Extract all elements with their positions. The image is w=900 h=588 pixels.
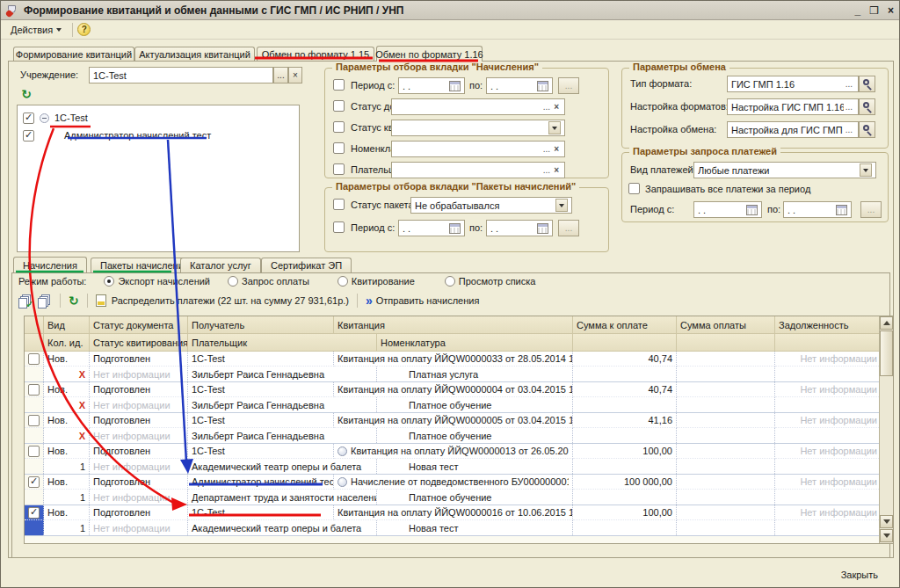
refresh-icon[interactable]: ↻ bbox=[69, 294, 79, 307]
table-row[interactable]: Нов. Подготовлен Администратор начислени… bbox=[25, 475, 893, 505]
column-header[interactable]: Задолженность bbox=[775, 316, 881, 334]
calendar-icon[interactable] bbox=[537, 223, 548, 234]
column-header[interactable]: Вид bbox=[44, 316, 90, 334]
table-row[interactable]: Нов. Подготовлен 1C-Test Квитанция на оп… bbox=[25, 444, 893, 475]
institution-select-button[interactable]: ... bbox=[273, 67, 288, 83]
tab-aktualizaciya-kvitanciy[interactable]: Актуализация квитанций bbox=[134, 47, 255, 62]
select-icon[interactable]: ... bbox=[541, 144, 552, 154]
tab-obmen-1-15[interactable]: Обмен по формату 1.15 bbox=[257, 47, 374, 62]
clear-icon[interactable]: × bbox=[552, 102, 561, 112]
actions-menu[interactable]: Действия bbox=[4, 22, 68, 38]
row-checkbox[interactable] bbox=[28, 353, 40, 365]
minimize-button[interactable]: _ bbox=[855, 2, 861, 19]
distribute-icon[interactable] bbox=[96, 294, 106, 307]
table-row-selected[interactable]: Нов. Подготовлен 1C-Test Квитанция на оп… bbox=[25, 505, 893, 536]
row-checkbox[interactable] bbox=[28, 415, 40, 426]
scroll-down-button[interactable] bbox=[880, 529, 893, 542]
calendar-icon[interactable] bbox=[746, 205, 758, 215]
payment-period-more-button[interactable]: ... bbox=[860, 201, 882, 218]
format-type-field[interactable]: ГИС ГМП 1.16 ... bbox=[727, 76, 859, 92]
tree-item-root[interactable]: 1C-Test bbox=[19, 109, 297, 127]
calendar-icon[interactable] bbox=[449, 81, 461, 91]
select-icon[interactable]: ... bbox=[541, 102, 552, 112]
close-icon[interactable]: × bbox=[888, 2, 894, 19]
column-header[interactable]: Сумма к оплате bbox=[573, 316, 677, 334]
calendar-icon[interactable] bbox=[449, 223, 461, 234]
close-button[interactable]: Закрыть bbox=[834, 567, 885, 583]
column-header[interactable]: Получатель bbox=[188, 316, 334, 334]
payer-checkbox[interactable] bbox=[333, 163, 345, 175]
scroll-thumb[interactable] bbox=[880, 330, 893, 376]
row-checkbox[interactable] bbox=[28, 476, 40, 488]
tab-formirovanie-kvitanciy[interactable]: Формирование квитанций bbox=[13, 47, 134, 62]
row-checkbox[interactable] bbox=[28, 384, 40, 396]
column-header[interactable]: Квитанция bbox=[334, 316, 573, 334]
packet-status-checkbox[interactable] bbox=[333, 199, 345, 210]
institution-clear-button[interactable]: × bbox=[288, 67, 302, 83]
nomenklatura-checkbox[interactable] bbox=[333, 142, 345, 154]
tab-sertifikat-ep[interactable]: Сертификат ЭП bbox=[261, 258, 352, 272]
magnifier-icon[interactable] bbox=[859, 98, 875, 115]
institution-field[interactable]: 1C-Test bbox=[89, 67, 273, 83]
table-row[interactable]: Нов. Подготовлен 1C-Test Квитанция на оп… bbox=[25, 352, 893, 382]
exchange-settings-field[interactable]: Настройка для ГИС ГМП 1.16 ... bbox=[727, 121, 859, 138]
uncheck-all-icon[interactable] bbox=[38, 294, 52, 308]
period-to-field[interactable]: . . bbox=[486, 77, 553, 94]
nomenklatura-field[interactable]: ... × bbox=[391, 141, 565, 157]
table-row[interactable]: Нов. Подготовлен 1C-Test Квитанция на оп… bbox=[25, 413, 893, 444]
magnifier-icon[interactable] bbox=[859, 76, 875, 92]
period-from-field[interactable]: . . bbox=[398, 77, 465, 94]
calendar-icon[interactable] bbox=[537, 81, 548, 91]
column-header[interactable]: Плательщик bbox=[188, 334, 377, 352]
tree-item-child[interactable]: Администратор начислений тест bbox=[19, 127, 297, 144]
send-accruals-button[interactable]: Отправить начисления bbox=[376, 295, 480, 306]
status-kvit-checkbox[interactable] bbox=[333, 121, 345, 133]
chevron-down-icon[interactable] bbox=[548, 121, 561, 134]
payment-period-to-field[interactable]: . . bbox=[783, 201, 852, 218]
packet-period-checkbox[interactable] bbox=[333, 221, 345, 233]
payment-period-from-field[interactable]: . . bbox=[693, 201, 762, 218]
clear-icon[interactable]: × bbox=[552, 144, 561, 154]
row-checkbox[interactable] bbox=[28, 507, 40, 519]
packet-status-combo[interactable]: Не обрабатывался bbox=[410, 197, 572, 214]
calendar-icon[interactable] bbox=[836, 205, 847, 215]
packet-period-to-field[interactable]: . . bbox=[486, 220, 553, 236]
row-checkbox[interactable] bbox=[28, 446, 40, 457]
column-header[interactable]: Кол. ид. bbox=[44, 334, 90, 352]
chevron-down-icon[interactable] bbox=[555, 199, 568, 212]
scroll-page-button[interactable] bbox=[880, 515, 893, 528]
period-checkbox[interactable] bbox=[333, 79, 345, 91]
help-icon[interactable]: ? bbox=[77, 23, 91, 36]
distribute-payments-button[interactable]: Распределить платежи (22 шт. на сумму 27… bbox=[112, 295, 349, 306]
magnifier-icon[interactable] bbox=[859, 121, 875, 138]
radio-kvitirovanie[interactable]: Квитирование bbox=[338, 276, 415, 287]
status-doc-checkbox[interactable] bbox=[333, 100, 345, 112]
maximize-button[interactable]: ❒ bbox=[869, 2, 879, 19]
check-all-icon[interactable] bbox=[18, 294, 33, 308]
payment-kind-combo[interactable]: Любые платежи bbox=[693, 162, 876, 178]
collapse-icon[interactable] bbox=[40, 113, 49, 123]
period-more-button[interactable]: ... bbox=[558, 77, 579, 94]
send-icon[interactable]: » bbox=[366, 295, 371, 306]
payer-field[interactable]: ... × bbox=[391, 162, 565, 178]
select-icon[interactable]: ... bbox=[844, 79, 854, 89]
tab-katalog-uslug[interactable]: Каталог услуг bbox=[180, 258, 261, 272]
packet-period-more-button[interactable]: ... bbox=[558, 220, 579, 236]
all-payments-checkbox[interactable] bbox=[628, 183, 640, 194]
radio-export-accruals[interactable]: Экспорт начислений bbox=[104, 276, 210, 287]
column-header[interactable]: Статус квитирования bbox=[90, 334, 188, 352]
select-icon[interactable]: ... bbox=[844, 125, 854, 134]
column-header[interactable]: Статус документа bbox=[90, 316, 188, 334]
column-header[interactable]: Сумма оплаты bbox=[677, 316, 775, 334]
status-doc-field[interactable]: ... × bbox=[391, 98, 565, 115]
tab-obmen-1-16[interactable]: Обмен по формату 1.16 bbox=[376, 46, 483, 62]
format-settings-field[interactable]: Настройка ГИС ГМП 1.16 ... bbox=[727, 98, 859, 115]
select-icon[interactable]: ... bbox=[844, 102, 854, 112]
select-icon[interactable]: ... bbox=[541, 165, 552, 175]
status-kvit-combo[interactable] bbox=[391, 120, 565, 136]
table-vertical-scrollbar[interactable] bbox=[879, 316, 893, 543]
chevron-down-icon[interactable] bbox=[860, 163, 872, 177]
tab-nachisleniya[interactable]: Начисления bbox=[13, 257, 87, 272]
scroll-up-button[interactable] bbox=[880, 316, 893, 330]
tree-checkbox[interactable] bbox=[23, 130, 34, 142]
